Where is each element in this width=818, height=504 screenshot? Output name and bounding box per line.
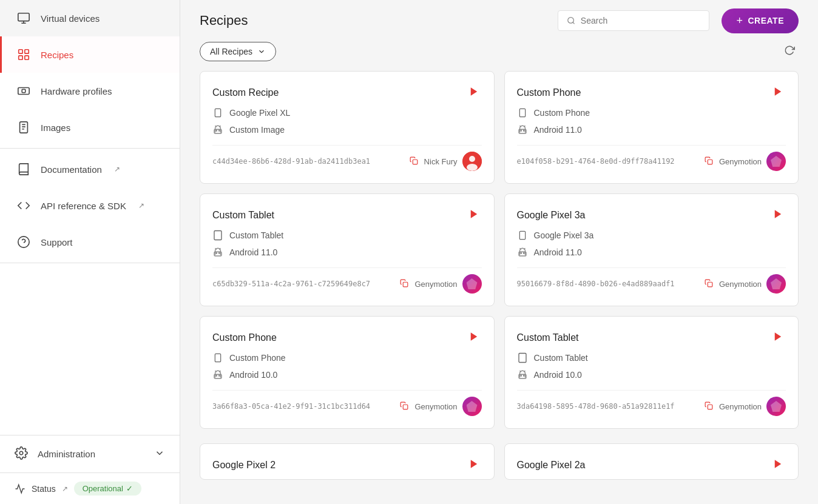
card-uuid: 95016679-8f8d-4890-b026-e4ad889aadf1 bbox=[517, 280, 698, 288]
card-header-partial: Google Pixel 2 bbox=[212, 456, 482, 474]
support-icon bbox=[16, 235, 31, 249]
search-box[interactable] bbox=[558, 10, 709, 31]
card-header: Custom Phone bbox=[517, 84, 786, 101]
sidebar-item-hardware-profiles[interactable]: Hardware profiles bbox=[0, 73, 180, 109]
card-title: Custom Tablet bbox=[517, 332, 579, 343]
card-image: Android 11.0 bbox=[534, 125, 582, 135]
svg-rect-6 bbox=[22, 89, 25, 93]
sidebar-item-support[interactable]: Support bbox=[0, 224, 180, 260]
refresh-button[interactable] bbox=[780, 41, 799, 61]
card-uuid: 3a66f8a3-05ca-41e2-9f91-31c1bc311d64 bbox=[212, 402, 394, 411]
sidebar-item-images[interactable]: Images bbox=[0, 109, 180, 146]
divider-2 bbox=[0, 263, 180, 263]
card-image-row: Custom Image bbox=[212, 124, 482, 135]
svg-marker-25 bbox=[775, 87, 782, 96]
svg-point-10 bbox=[19, 451, 23, 455]
svg-point-58 bbox=[216, 375, 217, 377]
svg-marker-43 bbox=[775, 210, 782, 218]
card-title-partial: Google Pixel 2 bbox=[212, 460, 275, 471]
card-image: Android 10.0 bbox=[229, 370, 277, 380]
sidebar-item-documentation[interactable]: Documentation ↗ bbox=[0, 151, 180, 187]
check-icon: ✓ bbox=[126, 484, 133, 493]
play-button[interactable] bbox=[770, 206, 786, 224]
card-uuid: e104f058-b291-4764-8e0d-d9ff78a41192 bbox=[517, 157, 698, 166]
copy-uuid-button[interactable] bbox=[408, 155, 419, 168]
play-button-partial[interactable] bbox=[770, 456, 786, 474]
card-header: Custom Recipe bbox=[212, 84, 482, 101]
card-header: Custom Tablet bbox=[212, 206, 482, 224]
create-button[interactable]: + CREATE bbox=[722, 8, 799, 33]
copy-uuid-button[interactable] bbox=[703, 400, 714, 413]
card-image-row: Android 11.0 bbox=[517, 124, 786, 135]
recipe-card: Custom Tablet Custom Tablet Android 10.0… bbox=[504, 316, 799, 429]
svg-rect-2 bbox=[25, 50, 29, 53]
card-image-row: Android 10.0 bbox=[517, 369, 786, 380]
card-image: Android 11.0 bbox=[229, 247, 277, 257]
avatar-nick bbox=[462, 152, 482, 171]
sidebar-item-virtual-devices[interactable]: Virtual devices bbox=[0, 0, 180, 36]
search-icon bbox=[567, 16, 575, 25]
recipe-card: Custom Phone Custom Phone Android 10.0 3… bbox=[200, 316, 495, 429]
status-bar[interactable]: Status ↗ Operational ✓ bbox=[0, 472, 180, 504]
svg-rect-60 bbox=[404, 405, 408, 409]
svg-marker-34 bbox=[470, 210, 477, 218]
play-button[interactable] bbox=[770, 84, 786, 101]
svg-rect-44 bbox=[519, 231, 525, 239]
sidebar-item-recipes[interactable]: Recipes bbox=[0, 36, 180, 73]
sidebar: Virtual devices Recipes Hardware profile… bbox=[0, 0, 180, 504]
refresh-icon bbox=[784, 45, 795, 56]
card-device-row: Custom Phone bbox=[212, 352, 482, 363]
svg-point-24 bbox=[467, 164, 478, 171]
page-title: Recipes bbox=[200, 13, 248, 29]
top-bar: Recipes + CREATE bbox=[180, 0, 818, 41]
sidebar-item-api-reference[interactable]: API reference & SDK ↗ bbox=[0, 187, 180, 224]
svg-marker-71 bbox=[775, 460, 782, 468]
sidebar-item-administration[interactable]: Administration bbox=[0, 435, 180, 472]
play-button[interactable] bbox=[466, 206, 482, 224]
avatar-gem bbox=[766, 397, 786, 416]
recipe-card: Custom Tablet Custom Tablet Android 11.0… bbox=[200, 193, 495, 306]
svg-point-59 bbox=[219, 375, 220, 377]
hardware-icon bbox=[16, 84, 31, 98]
card-device-row: Custom Tablet bbox=[517, 352, 786, 363]
copy-uuid-button[interactable] bbox=[399, 278, 410, 291]
svg-point-49 bbox=[521, 253, 522, 254]
card-footer: 3a66f8a3-05ca-41e2-9f91-31c1bc311d64 Gen… bbox=[212, 390, 482, 416]
card-footer: 95016679-8f8d-4890-b026-e4ad889aadf1 Gen… bbox=[517, 267, 786, 294]
card-image: Custom Image bbox=[229, 125, 285, 135]
search-input[interactable] bbox=[581, 16, 701, 25]
plus-icon: + bbox=[736, 15, 743, 27]
card-uuid: c65db329-511a-4c2a-9761-c7259649e8c7 bbox=[212, 280, 394, 288]
play-button[interactable] bbox=[466, 84, 482, 101]
copy-uuid-button[interactable] bbox=[703, 155, 714, 168]
card-user: Genymotion bbox=[414, 280, 457, 289]
sidebar-label-hardware-profiles: Hardware profiles bbox=[41, 86, 112, 96]
card-uuid: 3da64198-5895-478d-9680-a51a92811e1f bbox=[517, 402, 698, 411]
copy-uuid-button[interactable] bbox=[399, 400, 410, 413]
card-user: Genymotion bbox=[719, 280, 762, 289]
svg-rect-26 bbox=[519, 109, 525, 116]
play-button[interactable] bbox=[466, 329, 482, 346]
device-icon bbox=[517, 107, 528, 118]
external-link-icon-api: ↗ bbox=[138, 201, 144, 210]
android-icon bbox=[212, 247, 223, 258]
card-title: Google Pixel 3a bbox=[517, 210, 586, 221]
card-image: Android 11.0 bbox=[534, 247, 582, 257]
card-user: Genymotion bbox=[719, 402, 762, 411]
play-button[interactable] bbox=[770, 329, 786, 346]
svg-marker-13 bbox=[470, 87, 477, 96]
card-header: Google Pixel 3a bbox=[517, 206, 786, 224]
external-link-icon-doc: ↗ bbox=[114, 165, 120, 173]
svg-rect-69 bbox=[708, 405, 712, 409]
code-icon bbox=[16, 198, 31, 213]
filter-dropdown[interactable]: All Recipes bbox=[200, 42, 276, 61]
play-button-partial[interactable] bbox=[466, 456, 482, 474]
copy-uuid-button[interactable] bbox=[703, 278, 714, 291]
card-title: Custom Tablet bbox=[212, 210, 274, 221]
card-uuid: c44d34ee-86b6-428d-91ab-da2411db3ea1 bbox=[212, 157, 404, 166]
sidebar-label-documentation: Documentation bbox=[41, 164, 102, 175]
card-footer: 3da64198-5895-478d-9680-a51a92811e1f Gen… bbox=[517, 390, 786, 416]
device-icon bbox=[517, 230, 528, 241]
avatar-gem bbox=[462, 397, 482, 416]
svg-marker-52 bbox=[470, 332, 477, 341]
